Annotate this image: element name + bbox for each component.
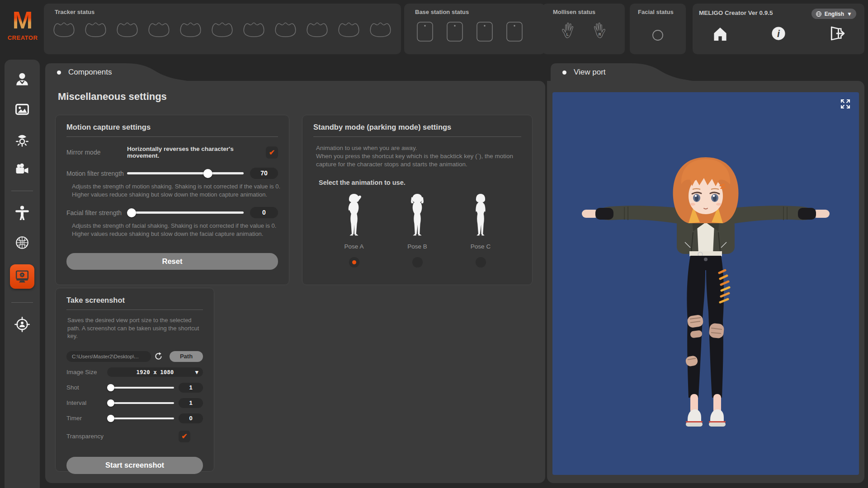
- crosshair-person-icon: [14, 316, 30, 333]
- vive-tracker-icon: [146, 20, 172, 40]
- timer-label: Timer: [66, 415, 107, 422]
- slider-track: [107, 418, 174, 420]
- viewport-tab[interactable]: View port: [562, 68, 606, 77]
- pose-options-row: Pose A Pose B: [313, 192, 521, 267]
- pose-b-radio[interactable]: [412, 257, 423, 267]
- facial-filter-label: Facial filter strength: [66, 209, 127, 216]
- viewport-3d-view[interactable]: [552, 92, 859, 475]
- facial-filter-slider[interactable]: [127, 208, 244, 217]
- screenshot-description: Saves the desired view port size to the …: [67, 316, 203, 340]
- pose-option-b[interactable]: Pose B: [403, 192, 432, 267]
- refresh-icon[interactable]: [154, 352, 163, 361]
- tracker-light-icon: [14, 131, 30, 147]
- pose-a-label: Pose A: [344, 243, 364, 250]
- globe-icon: [816, 11, 822, 17]
- mirror-mode-description: Horizontally reverses the character's mo…: [127, 145, 266, 159]
- language-selector[interactable]: English ▼: [811, 9, 856, 19]
- info-button[interactable]: i: [770, 25, 787, 42]
- base-station-icons-row: [416, 21, 524, 42]
- sidebar-item-target-character[interactable]: [13, 316, 31, 333]
- timer-value: 0: [179, 413, 203, 423]
- base-station-status-panel: Base station status: [404, 4, 545, 54]
- chevron-down-icon: ▼: [847, 11, 852, 17]
- vive-tracker-icon: [178, 20, 203, 40]
- sidebar-item-background-image[interactable]: [13, 101, 31, 117]
- person-v-icon: [14, 72, 30, 87]
- vive-tracker-icon: [368, 20, 393, 40]
- sidebar-item-system-settings[interactable]: [10, 264, 34, 289]
- slider-thumb[interactable]: [107, 415, 114, 422]
- image-size-dropdown[interactable]: 868 x 488 ▼: [107, 367, 203, 377]
- reset-button[interactable]: Reset: [66, 253, 278, 270]
- motion-filter-description: Adjusts the strength of motion shaking. …: [72, 183, 284, 198]
- sidebar-item-tracker-light[interactable]: [13, 131, 31, 147]
- page-title: Miscellaneous settings: [58, 91, 167, 103]
- svg-text:L: L: [566, 33, 568, 37]
- base-station-icon: [505, 21, 524, 42]
- facial-status-indicator-icon: [651, 29, 664, 42]
- tracker-status-panel: Tracker status: [44, 4, 401, 54]
- slider-thumb[interactable]: [107, 384, 114, 391]
- facial-filter-description: Adjusts the strength of facial shaking. …: [72, 222, 284, 238]
- base-station-icon: [476, 21, 494, 42]
- app-title: MELIGO Creator Ver 0.9.5: [699, 9, 773, 16]
- viewport-tab-label: View port: [574, 68, 606, 77]
- facial-status-label: Facial status: [638, 9, 674, 15]
- vive-tracker-icon: [273, 20, 298, 40]
- take-screenshot-card: Take screenshot Saves the desired view p…: [55, 288, 214, 472]
- pose-c-figure-icon: [466, 192, 495, 238]
- interval-slider[interactable]: [107, 399, 174, 407]
- motion-filter-value: 70: [250, 168, 278, 179]
- slider-thumb[interactable]: [107, 399, 114, 407]
- components-tab-label: Components: [68, 68, 112, 77]
- home-button[interactable]: [711, 24, 730, 42]
- shot-slider[interactable]: [107, 384, 174, 391]
- language-label: English: [825, 11, 844, 17]
- pose-b-figure-icon: [403, 192, 432, 238]
- standby-select-label: Select the animation to use.: [319, 179, 521, 186]
- timer-slider[interactable]: [107, 415, 174, 422]
- slider-thumb[interactable]: [203, 169, 212, 178]
- fullscreen-icon[interactable]: [840, 99, 851, 109]
- components-panel: Miscellaneous settings Motion capture se…: [45, 81, 545, 483]
- pose-a-radio[interactable]: [349, 257, 359, 267]
- vive-tracker-icon: [336, 20, 362, 40]
- interval-label: Interval: [66, 399, 107, 406]
- base-station-icon: [446, 21, 464, 42]
- slider-thumb[interactable]: [127, 208, 136, 217]
- viewport-panel: [547, 81, 864, 483]
- motion-filter-slider[interactable]: [127, 169, 244, 178]
- sidebar-item-character[interactable]: [13, 71, 31, 88]
- standby-title: Standby mode (parking mode) settings: [313, 123, 521, 131]
- exit-button[interactable]: [827, 25, 846, 42]
- mirror-mode-checkbox[interactable]: [266, 146, 278, 159]
- pose-option-c[interactable]: Pose C: [466, 192, 495, 267]
- path-button[interactable]: Path: [170, 351, 203, 362]
- take-screenshot-title: Take screenshot: [66, 296, 203, 305]
- app-root: M CREATOR Tracker status Base station: [0, 0, 868, 488]
- transparency-checkbox[interactable]: [179, 431, 190, 442]
- vive-tracker-icon: [304, 20, 330, 40]
- screenshot-path-input[interactable]: C:\Users\Master2\Desktop\...: [66, 351, 151, 362]
- image-size-label: Image Size: [66, 369, 107, 375]
- vive-tracker-icon: [51, 20, 77, 40]
- divider: [66, 310, 203, 310]
- mirror-mode-label: Mirror mode: [66, 149, 127, 156]
- image-size-value: 868 x 488: [137, 369, 174, 375]
- divider: [66, 136, 278, 137]
- pose-option-a[interactable]: Pose A: [340, 192, 368, 267]
- shot-label: Shot: [66, 384, 107, 391]
- mollisen-status-label: Mollisen status: [553, 9, 595, 15]
- components-tab[interactable]: Components: [57, 68, 112, 77]
- pose-c-radio[interactable]: [476, 257, 486, 267]
- sidebar-item-t-pose-calibration[interactable]: [13, 205, 31, 221]
- motion-capture-title: Motion capture settings: [66, 123, 278, 131]
- base-station-status-label: Base station status: [415, 9, 469, 15]
- start-screenshot-button[interactable]: Start screenshot: [66, 457, 203, 474]
- svg-text:i: i: [777, 28, 780, 39]
- sidebar-divider: [11, 191, 33, 191]
- slider-track: [127, 211, 244, 214]
- pose-b-label: Pose B: [407, 243, 427, 250]
- sidebar-item-camera[interactable]: [13, 161, 31, 177]
- sidebar-item-face-tracking[interactable]: [13, 235, 31, 251]
